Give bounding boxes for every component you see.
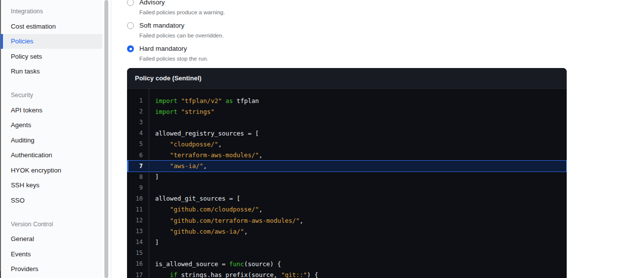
code-line[interactable]: 8] <box>127 172 567 182</box>
sidebar-item-label: Cost estimation <box>11 23 56 30</box>
radio-option-hard-mandatory: Hard mandatoryFailed policies stop the r… <box>127 45 373 62</box>
radio-option-advisory: AdvisoryFailed policies produce a warnin… <box>127 0 373 16</box>
radio-row[interactable]: Hard mandatory <box>127 45 373 53</box>
line-number: 12 <box>127 217 149 224</box>
sidebar-item-authentication[interactable]: Authentication <box>1 148 102 163</box>
enforcement-mode-radio-group: AdvisoryFailed policies produce a warnin… <box>127 0 373 68</box>
sidebar-section-header: Integrations <box>1 4 102 19</box>
settings-sidebar: IntegrationsCost estimationPoliciesPolic… <box>1 0 102 278</box>
sidebar-item-events[interactable]: Events <box>1 246 102 262</box>
sidebar-item-hyok-encryption[interactable]: HYOK encryption <box>1 163 102 178</box>
code-line-text: import "tfplan/v2" as tfplan <box>149 97 259 104</box>
line-number: 1 <box>127 97 149 104</box>
code-line[interactable]: 17 if strings.has_prefix(source, "git::"… <box>127 270 567 278</box>
code-line[interactable]: 15 <box>127 247 567 258</box>
sidebar-scrollbar-thumb[interactable] <box>104 0 108 278</box>
line-number: 17 <box>127 272 149 278</box>
radio-unselected-icon[interactable] <box>127 22 134 29</box>
radio-row[interactable]: Soft mandatory <box>127 22 373 30</box>
code-line-text: "aws-ia/", <box>149 162 207 170</box>
policy-code-header: Policy code (Sentinel) <box>127 68 567 89</box>
code-line[interactable]: 9 <box>127 182 567 193</box>
sidebar-item-auditing[interactable]: Auditing <box>1 133 102 148</box>
line-number: 8 <box>127 174 149 180</box>
line-number: 3 <box>127 119 149 126</box>
sidebar-item-label: HYOK encryption <box>11 167 61 174</box>
radio-unselected-icon[interactable] <box>127 0 134 6</box>
line-number: 4 <box>127 130 149 137</box>
line-number: 13 <box>127 228 149 235</box>
radio-option-soft-mandatory: Soft mandatoryFailed policies can be ove… <box>127 22 373 39</box>
code-line-text: if strings.has_prefix(source, "git::") { <box>149 271 318 278</box>
code-line[interactable]: 5 "cloudposse/", <box>127 139 567 149</box>
code-line-text: allowed_registry_sources = [ <box>149 130 259 137</box>
sidebar-section-header: Security <box>1 88 102 103</box>
sidebar-section-header: Version Control <box>1 217 102 232</box>
line-number: 7 <box>129 163 149 170</box>
radio-label: Soft mandatory <box>139 22 185 30</box>
sidebar-item-policies[interactable]: Policies <box>1 34 102 49</box>
code-line[interactable]: 6 "terraform-aws-modules/", <box>127 149 567 160</box>
sidebar-item-label: Policies <box>11 37 33 45</box>
code-line[interactable]: 1import "tfplan/v2" as tfplan <box>127 95 567 106</box>
code-line[interactable]: 16is_allowed_source = func(source) { <box>127 258 567 269</box>
sidebar-item-ssh-keys[interactable]: SSH keys <box>1 178 102 193</box>
selected-indicator-bar <box>1 34 3 49</box>
code-line[interactable]: 10allowed_git_sources = [ <box>127 193 567 204</box>
radio-description: Failed policies can be overridden. <box>139 32 373 39</box>
sidebar-item-label: Agents <box>11 121 31 129</box>
sidebar-item-label: API tokens <box>11 106 42 114</box>
radio-selected-icon[interactable] <box>127 45 134 52</box>
sidebar-item-label: Authentication <box>11 151 52 159</box>
sidebar-section-version-control: Version ControlGeneralEventsProviders <box>1 217 102 277</box>
line-number: 15 <box>127 249 149 256</box>
code-line[interactable]: 4allowed_registry_sources = [ <box>127 128 567 139</box>
sidebar-item-sso[interactable]: SSO <box>1 193 102 208</box>
sidebar-item-label: SSO <box>11 197 25 204</box>
policy-code-panel: Policy code (Sentinel) 1import "tfplan/v… <box>127 68 567 278</box>
sidebar-item-cost-estimation[interactable]: Cost estimation <box>1 19 102 34</box>
line-number: 2 <box>127 108 149 115</box>
code-line-highlighted[interactable]: 7 "aws-ia/", <box>127 160 567 172</box>
sidebar-item-label: Events <box>11 250 31 258</box>
sidebar-item-general[interactable]: General <box>1 232 102 247</box>
code-line-text: ] <box>149 239 159 246</box>
line-number: 11 <box>127 206 149 213</box>
sidebar-item-label: Providers <box>11 265 38 273</box>
code-line[interactable]: 11 "github.com/cloudposse/", <box>127 204 567 215</box>
code-line-text: "terraform-aws-modules/", <box>149 151 262 159</box>
sidebar-item-label: Auditing <box>11 137 34 144</box>
sidebar-item-policy-sets[interactable]: Policy sets <box>1 49 102 64</box>
sidebar-item-api-tokens[interactable]: API tokens <box>1 103 102 118</box>
code-line[interactable]: 13 "github.com/aws-ia/", <box>127 226 567 237</box>
code-line-text: "github.com/aws-ia/", <box>149 228 248 235</box>
sidebar-item-label: General <box>11 235 34 243</box>
sidebar-divider <box>111 0 111 278</box>
radio-row[interactable]: Advisory <box>127 0 373 6</box>
line-number: 5 <box>127 140 149 147</box>
code-line-text: "github.com/cloudposse/", <box>149 206 262 213</box>
sidebar-item-label: Policy sets <box>11 53 42 60</box>
sidebar-item-providers[interactable]: Providers <box>1 262 102 277</box>
line-number: 16 <box>127 260 149 267</box>
sidebar-item-agents[interactable]: Agents <box>1 118 102 133</box>
line-number: 9 <box>127 184 149 191</box>
sidebar-item-label: Run tasks <box>11 68 40 75</box>
code-line[interactable]: 12 "github.com/terraform-aws-modules/", <box>127 215 567 226</box>
code-line[interactable]: 3 <box>127 117 567 128</box>
code-line[interactable]: 14] <box>127 237 567 247</box>
radio-description: Failed policies produce a warning. <box>139 9 373 16</box>
code-line-text: "github.com/terraform-aws-modules/", <box>149 217 303 224</box>
code-line-text: "cloudposse/", <box>149 140 222 148</box>
code-line-text: is_allowed_source = func(source) { <box>149 260 281 268</box>
line-number: 10 <box>127 195 149 202</box>
radio-label: Advisory <box>139 0 165 6</box>
sidebar-item-run-tasks[interactable]: Run tasks <box>1 64 102 79</box>
code-line[interactable]: 2import "strings" <box>127 106 567 117</box>
sidebar-section-integrations: IntegrationsCost estimationPoliciesPolic… <box>1 4 102 79</box>
code-line-text: import "strings" <box>149 108 214 115</box>
code-line-text: allowed_git_sources = [ <box>149 195 240 202</box>
policy-code-editor[interactable]: 1import "tfplan/v2" as tfplan2import "st… <box>127 89 567 278</box>
sidebar-section-security: SecurityAPI tokensAgentsAuditingAuthenti… <box>1 88 102 208</box>
sidebar-item-label: SSH keys <box>11 181 39 189</box>
